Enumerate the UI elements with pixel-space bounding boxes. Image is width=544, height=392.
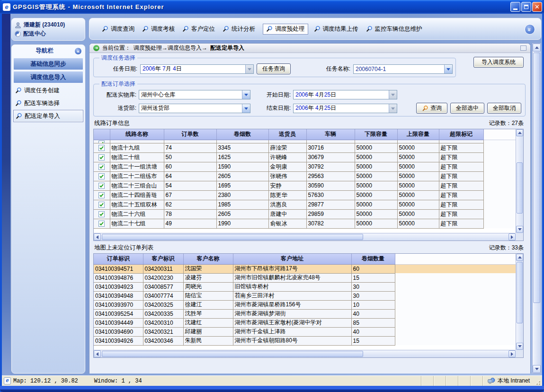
panel-toggle-button[interactable] xyxy=(520,45,526,51)
row-checkbox-cell xyxy=(94,200,110,209)
warehouse-combobox[interactable]: 湖州中心仓库 xyxy=(139,90,250,99)
sidebar-section-1[interactable]: 基础信息同步 xyxy=(13,58,83,70)
table-row[interactable]: 034100394923034008577周晓光旧馆镇寺桥村30 xyxy=(94,282,516,291)
scroll-up-button[interactable] xyxy=(533,44,541,52)
column-header: 下限容量 xyxy=(355,129,397,140)
scroll-down-button[interactable] xyxy=(516,343,523,350)
filler-cell xyxy=(395,273,516,282)
scroll-right-button[interactable] xyxy=(508,350,516,357)
hscroll-thumb[interactable] xyxy=(102,234,363,240)
task-date-combobox[interactable]: 2006年 7月 4日 xyxy=(140,64,254,74)
close-button[interactable]: ✕ xyxy=(532,2,542,12)
cell: 超下限 xyxy=(439,181,483,190)
route-table-vscrollbar[interactable] xyxy=(516,129,523,233)
sidebar-item-2-2[interactable]: 配送车辆选择 xyxy=(13,97,83,109)
task-query-button[interactable]: 任务查询 xyxy=(257,63,291,74)
sidebar-item-2-3[interactable]: 配送定单导入 xyxy=(13,110,83,122)
route-table: 线路名称订单数卷烟数送货员车辆下限容量上限容量超限标记 物流十九组743345薛… xyxy=(93,129,524,241)
column-header: 订单数 xyxy=(164,129,216,140)
end-date-combobox[interactable]: 2006年 4月25日 xyxy=(293,104,397,113)
toolbar-item-2[interactable]: 调度考核 xyxy=(142,25,175,33)
scroll-up-button[interactable] xyxy=(516,254,523,261)
cell: 29859 xyxy=(306,209,355,219)
row-checkbox[interactable] xyxy=(98,192,105,198)
cell: 俞银冰 xyxy=(268,219,306,228)
start-date-combobox[interactable]: 2006年 4月25日 xyxy=(293,90,397,99)
cell: 50000 xyxy=(397,181,439,190)
row-checkbox[interactable] xyxy=(98,220,105,227)
warehouse-label: 配送实物库: xyxy=(97,91,136,99)
column-header: 客户地址 xyxy=(233,254,351,264)
row-checkbox[interactable] xyxy=(98,163,105,170)
column-header: 上限容量 xyxy=(397,129,439,140)
sidebar-item-2-1[interactable]: 调度任务创建 xyxy=(13,84,83,97)
cell xyxy=(216,140,268,143)
filler-cell xyxy=(395,291,516,300)
select-all-button[interactable]: 全部选中 xyxy=(450,103,484,114)
dropdown-arrow-icon[interactable] xyxy=(242,104,250,113)
title-bar[interactable]: e GPSGIS管理系统 - Microsoft Internet Explor… xyxy=(0,0,544,14)
end-date-label: 结束日期: xyxy=(253,104,291,112)
cell: 74 xyxy=(164,143,216,152)
row-checkbox[interactable] xyxy=(98,211,105,217)
table-row[interactable]: 034100394926034200346朱新民湖州市千金镇朝阳路80号15 xyxy=(94,336,516,345)
vscroll-thumb[interactable] xyxy=(517,262,523,323)
row-checkbox[interactable] xyxy=(98,201,105,208)
hscroll-thumb[interactable] xyxy=(102,351,363,357)
table-row[interactable]: 034100394449034200310沈建红湖州市菱湖镇王家墩村(菱湖中学对… xyxy=(94,318,516,327)
cell: 2605 xyxy=(216,209,268,219)
orders-table-hscrollbar[interactable] xyxy=(94,350,516,357)
table-row[interactable]: 034100394876034200230凌建芬湖州市旧馆镇麒麟村北凌家兜48号… xyxy=(94,273,516,282)
collapse-sidebar-button[interactable]: « xyxy=(74,47,82,55)
dropdown-arrow-icon[interactable] xyxy=(389,104,397,113)
cell: 50000 xyxy=(355,219,397,228)
query-button[interactable]: 查询 xyxy=(416,103,447,114)
scroll-left-button[interactable] xyxy=(94,350,101,357)
scroll-down-button[interactable] xyxy=(533,365,541,373)
import-dispatch-button[interactable]: 导入调度系统 xyxy=(473,57,524,68)
row-checkbox[interactable] xyxy=(98,154,105,160)
scroll-up-button[interactable] xyxy=(516,129,523,136)
row-checkbox[interactable] xyxy=(98,144,105,151)
row-checkbox[interactable] xyxy=(98,173,105,179)
dropdown-arrow-icon[interactable] xyxy=(444,65,452,73)
toolbar-item-1[interactable]: 调度查询 xyxy=(102,25,134,33)
cell: 30716 xyxy=(306,143,355,152)
table-row[interactable]: 034100394571034200311沈国荣湖州市下昂镇市河路17号60 xyxy=(94,264,516,273)
toolbar-item-6[interactable]: 调度结果上传 xyxy=(314,25,358,33)
maximize-button[interactable] xyxy=(521,2,531,12)
task-name-combobox[interactable]: 20060704-1 xyxy=(353,64,453,74)
sidebar-section-2[interactable]: 调度信息导入 xyxy=(13,71,83,83)
scroll-down-button[interactable] xyxy=(516,226,523,233)
toolbar-item-5[interactable]: 调度预处理 xyxy=(263,24,308,35)
scroll-left-button[interactable] xyxy=(94,233,101,241)
dropdown-arrow-icon[interactable] xyxy=(389,90,397,99)
scroll-right-button[interactable] xyxy=(508,233,516,241)
route-table-scrollarea: 线路名称订单数卷烟数送货员车辆下限容量上限容量超限标记 物流十九组743345薛… xyxy=(94,129,516,233)
resize-grip[interactable] xyxy=(535,376,541,386)
minimize-button[interactable] xyxy=(510,2,520,12)
table-row[interactable]: 034100393970034200325徐建江湖州市菱湖镇星桥路156号10 xyxy=(94,300,516,309)
page-scroll-thumb[interactable] xyxy=(533,53,540,303)
cell: 超下限 xyxy=(439,219,483,228)
table-row[interactable]: 034100395254034200335沈胜琴湖州市菱湖镇梦湖街40 xyxy=(94,309,516,318)
table-row[interactable]: 034100394690034200321邱建丽湖州市千金镇上泽路40 xyxy=(94,327,516,336)
table-row[interactable]: 034100394948034007774陆信宝苕南乡三田洋村30 xyxy=(94,291,516,300)
toolbar-item-7[interactable]: 监控车辆信息维护 xyxy=(366,25,422,33)
table-row: 物流二十五组双林621985洪惠良298775000050000超下限 xyxy=(94,200,516,209)
dropdown-arrow-icon[interactable] xyxy=(245,65,253,73)
orders-table-vscrollbar[interactable] xyxy=(516,254,523,350)
cell: 034200325 xyxy=(143,300,183,309)
toolbar-item-3[interactable]: 客户定位 xyxy=(182,25,215,33)
page-scrollbar[interactable] xyxy=(532,43,541,374)
delivery-dept-combobox[interactable]: 湖州送货部 xyxy=(139,104,250,113)
cell: 034100395254 xyxy=(94,309,143,318)
toolbar-item-4[interactable]: 统计分析 xyxy=(223,25,255,33)
deselect-all-button[interactable]: 全部取消 xyxy=(487,103,521,114)
dropdown-arrow-icon[interactable] xyxy=(242,90,250,99)
toolbar-overflow-button[interactable]: » xyxy=(525,24,535,35)
route-table-hscrollbar[interactable] xyxy=(94,233,516,241)
vscroll-thumb[interactable] xyxy=(517,162,523,214)
row-checkbox[interactable] xyxy=(98,182,105,189)
cell: 沈胜琴 xyxy=(183,309,233,318)
